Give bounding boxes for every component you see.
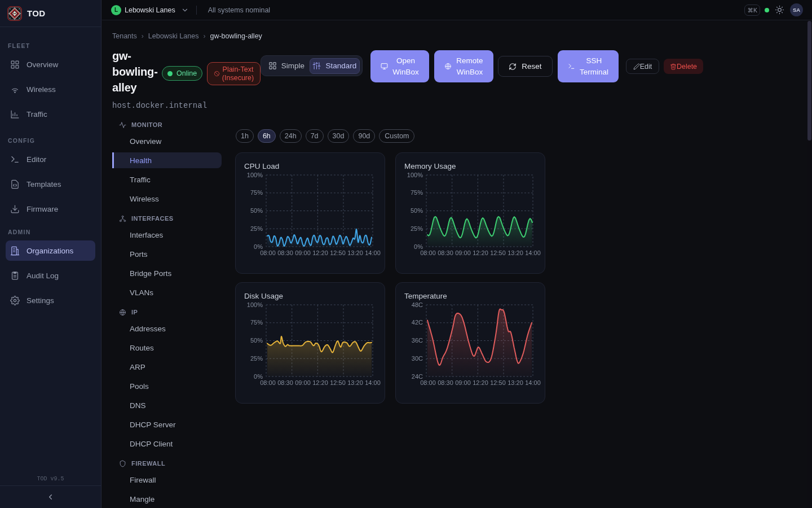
svg-text:12:20: 12:20 — [312, 249, 328, 256]
svg-text:08:30: 08:30 — [438, 379, 453, 386]
svg-text:50%: 50% — [411, 207, 423, 214]
svg-text:08:30: 08:30 — [277, 379, 293, 386]
svg-text:12:20: 12:20 — [312, 379, 328, 386]
svg-text:24C: 24C — [412, 373, 423, 380]
svg-text:75%: 75% — [250, 189, 263, 196]
svg-text:42C: 42C — [412, 319, 423, 326]
svg-text:13:20: 13:20 — [508, 249, 523, 256]
svg-text:36C: 36C — [412, 337, 423, 344]
svg-text:100%: 100% — [247, 172, 263, 178]
svg-text:08:00: 08:00 — [420, 249, 436, 256]
svg-text:13:20: 13:20 — [347, 379, 363, 386]
svg-text:13:20: 13:20 — [508, 379, 523, 386]
svg-text:08:30: 08:30 — [277, 249, 293, 256]
svg-text:12:50: 12:50 — [490, 249, 506, 256]
svg-text:08:00: 08:00 — [260, 249, 276, 256]
svg-text:09:00: 09:00 — [295, 249, 311, 256]
svg-text:12:50: 12:50 — [330, 249, 346, 256]
svg-text:75%: 75% — [250, 319, 263, 326]
svg-text:08:00: 08:00 — [260, 379, 276, 386]
svg-text:75%: 75% — [411, 189, 423, 196]
svg-text:50%: 50% — [250, 207, 263, 214]
svg-text:08:00: 08:00 — [420, 379, 436, 386]
svg-text:48C: 48C — [412, 301, 423, 308]
svg-text:12:20: 12:20 — [473, 379, 488, 386]
svg-text:14:00: 14:00 — [365, 379, 381, 386]
svg-text:100%: 100% — [247, 301, 263, 308]
svg-text:09:00: 09:00 — [455, 249, 471, 256]
svg-text:0%: 0% — [254, 243, 263, 250]
svg-text:09:00: 09:00 — [455, 379, 471, 386]
svg-text:12:50: 12:50 — [330, 379, 346, 386]
svg-text:30C: 30C — [412, 355, 423, 362]
svg-text:14:00: 14:00 — [365, 249, 381, 256]
svg-text:14:00: 14:00 — [525, 249, 541, 256]
svg-text:12:20: 12:20 — [473, 249, 488, 256]
svg-text:50%: 50% — [250, 337, 263, 344]
svg-text:25%: 25% — [250, 355, 263, 362]
svg-text:25%: 25% — [411, 225, 423, 232]
svg-text:0%: 0% — [414, 243, 423, 250]
svg-text:09:00: 09:00 — [295, 379, 311, 386]
svg-text:0%: 0% — [254, 373, 263, 380]
svg-text:13:20: 13:20 — [347, 249, 363, 256]
svg-text:12:50: 12:50 — [490, 379, 506, 386]
svg-text:14:00: 14:00 — [525, 379, 541, 386]
svg-text:100%: 100% — [407, 172, 423, 178]
svg-text:25%: 25% — [250, 225, 263, 232]
svg-text:08:30: 08:30 — [438, 249, 453, 256]
